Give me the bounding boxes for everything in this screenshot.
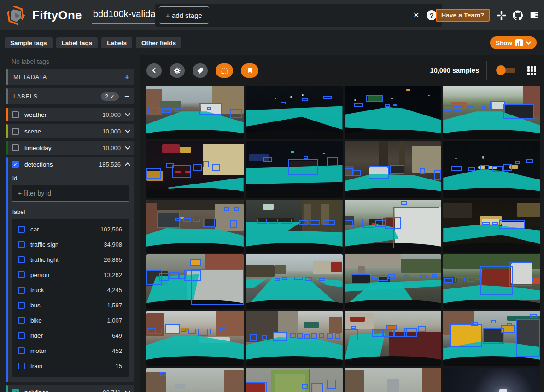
sample-tile-city-street2-cut[interactable] [345,368,442,392]
detection-box [482,222,490,225]
patches-select-button[interactable] [216,63,233,78]
sample-tile-yellow-taxi-street[interactable] [443,311,540,366]
sample-tile-night-moon-cut[interactable] [443,368,540,392]
class-checkbox[interactable] [18,287,25,294]
sample-tile-day-bridge-highway[interactable] [246,254,343,309]
class-checkbox[interactable] [18,332,25,339]
label-class-row[interactable]: motor452 [12,343,129,358]
detection-box [169,272,178,279]
field-row-detections[interactable]: ✓ detections 185,526 id label car102,506… [6,157,134,382]
labels-section-header[interactable]: LABELS 2 ✓ − [6,88,134,104]
detection-box [526,159,533,163]
resize-grid-slider[interactable] [497,68,515,73]
detection-box [311,383,323,392]
field-row-weather[interactable]: weather 10,000 [6,108,134,121]
chevron-down-icon[interactable] [125,146,130,150]
metadata-expand-icon[interactable]: + [124,73,129,81]
class-checkbox[interactable] [18,271,25,278]
metadata-section-header[interactable]: METADATA + [6,69,134,85]
sample-tile-winter-street-stone[interactable] [246,311,343,366]
class-checkbox[interactable] [18,302,25,309]
sample-tile-garage-underpass[interactable] [246,200,343,253]
detection-box [467,106,474,110]
view-bar[interactable]: + add stage × ? [155,4,442,27]
polylines-checkbox[interactable]: ✓ [12,389,19,392]
label-class-row[interactable]: car102,506 [12,222,129,237]
class-checkbox[interactable] [18,256,25,263]
scene-checkbox[interactable] [12,128,19,135]
section-grip [6,88,8,104]
label-class-row[interactable]: truck4,245 [12,282,129,298]
class-checkbox[interactable] [18,317,25,324]
detection-box [455,277,465,282]
class-checkbox[interactable] [18,226,25,233]
chevron-up-icon[interactable] [125,162,130,166]
field-row-timeofday[interactable]: timeofday 10,000 [6,141,134,155]
weather-checkbox[interactable] [12,111,19,118]
sample-tile-elevated-rail-bus[interactable] [146,200,244,253]
field-row-polylines[interactable]: ✓ polylines 93,711 [6,385,134,392]
timeofday-checkbox[interactable] [12,144,19,151]
detection-box [175,218,181,221]
tag-samples-button[interactable] [193,63,208,78]
settings-gear-button[interactable] [170,63,185,78]
label-class-row[interactable]: rider649 [12,328,129,343]
label-class-row[interactable]: traffic sign34,908 [12,237,129,252]
detection-box [467,277,474,282]
sample-tile-day-city-van[interactable] [146,86,244,139]
sample-tile-day-trees-van[interactable] [443,86,540,139]
sample-tile-red-pickup-white-van[interactable] [443,254,540,309]
sample-tile-billboard-red-truck-cut[interactable] [246,368,343,392]
label-class-row[interactable]: train15 [12,358,129,374]
chevron-down-icon[interactable] [125,113,130,116]
docs-book-icon[interactable] [529,10,539,20]
detection-box [250,334,257,341]
label-class-row[interactable]: traffic light26,885 [12,252,129,267]
close-icon[interactable]: × [413,10,419,20]
class-checkbox[interactable] [18,363,25,369]
detection-box [220,328,226,332]
detection-box [281,219,292,224]
labels-collapse-icon[interactable]: − [124,92,129,101]
help-icon[interactable]: ? [427,10,437,20]
class-checkbox[interactable] [18,347,25,354]
sample-tile-dusk-white-suv[interactable] [345,200,442,253]
bookmark-save-view-button[interactable] [241,63,258,78]
detections-checkbox[interactable]: ✓ [12,161,19,168]
tab-sample-tags[interactable]: Sample tags [5,37,53,48]
field-row-scene[interactable]: scene 10,000 [6,124,134,138]
id-filter-input[interactable] [12,185,129,202]
sample-tile-night-neon-city[interactable] [146,141,244,198]
chevron-down-icon[interactable] [125,390,130,392]
sample-tile-street-parked-suv-sign[interactable] [146,254,244,309]
sample-tile-concrete-overpass-road[interactable] [345,254,442,309]
class-checkbox[interactable] [18,241,25,248]
tab-labels[interactable]: Labels [101,37,132,48]
have-a-team-button[interactable]: Have a Team? [436,9,490,22]
sample-tile-winter-street-truck[interactable] [146,311,244,366]
sample-tile-night-garage-entrance[interactable] [443,200,540,253]
label-class-row[interactable]: bike1,007 [12,313,129,328]
scene-accent [482,156,484,159]
sample-tile-night-highway[interactable] [246,86,343,139]
sample-tile-night-street-headlights[interactable] [443,141,540,198]
back-button[interactable] [146,63,162,78]
sample-tile-street-maroon-car[interactable] [345,311,442,366]
tab-label-tags[interactable]: Label tags [56,37,98,48]
github-icon[interactable] [513,10,523,20]
sample-tile-night-sign-lights[interactable] [345,86,442,139]
show-button[interactable]: Show [490,36,537,49]
sample-tile-city-street-cut[interactable] [146,368,244,392]
add-stage-button[interactable]: + add stage [159,6,209,24]
tab-other-fields[interactable]: Other fields [136,37,181,48]
slack-icon[interactable] [496,10,506,20]
sample-tile-elevated-underpass-cars[interactable] [345,141,442,198]
sample-tile-night-car-taillights[interactable] [246,141,343,198]
chevron-down-icon[interactable] [125,129,130,133]
detection-box [160,372,166,376]
label-class-row[interactable]: bus1,597 [12,298,129,313]
label-class-row[interactable]: person13,262 [12,267,129,282]
grid-size-icon[interactable] [527,66,536,75]
slider-knob[interactable] [496,65,506,75]
detection-box [509,262,533,286]
